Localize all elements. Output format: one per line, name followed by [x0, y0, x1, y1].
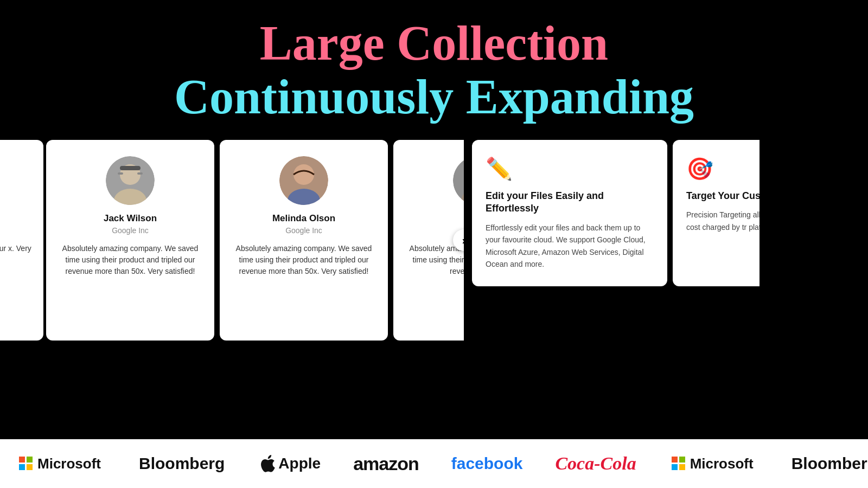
target-icon: 🎯 [686, 156, 760, 182]
avatar-jack [106, 156, 155, 205]
bloomberg-label-2: Bloomberg [792, 454, 868, 473]
jack-name: Jack Wilson [104, 213, 157, 224]
target-desc: Precision Targeting all reach your targe… [686, 209, 760, 233]
edit-title: Edit your Files Easily and Effortlessly [486, 190, 654, 215]
hero-section: Large Collection Continuously Expanding [0, 0, 868, 134]
svg-point-10 [293, 164, 314, 185]
brand-cocacola: Coca-Cola [539, 439, 652, 488]
jack-company: Google Inc [112, 226, 149, 235]
hero-title-line1: Large Collection [11, 16, 857, 70]
brand-bloomberg-2: Bloomberg [773, 439, 868, 488]
facebook-label-1: facebook [451, 454, 523, 473]
target-title: Target Your Custon [686, 190, 760, 202]
main-content: oe nc mpany. We saved ct and tripled our… [0, 134, 868, 368]
brand-amazon-1: amazon [337, 439, 435, 488]
feature-card-target-wrapper: 🎯 Target Your Custon Precision Targeting… [673, 140, 760, 286]
melinda-company: Google Inc [285, 226, 322, 235]
brand-facebook-1: facebook [435, 439, 539, 488]
testimonials-area: Jack Wilson Google Inc Absolutely amazin… [43, 140, 467, 341]
svg-rect-7 [118, 172, 123, 175]
edit-desc: Effortlessly edit your files and back th… [486, 222, 654, 271]
avatar-melinda [279, 156, 328, 205]
svg-rect-8 [137, 172, 143, 175]
apple-label-1: Apple [278, 455, 321, 472]
brand-microsoft-2: Microsoft [653, 439, 773, 488]
amazon-label-1: amazon [353, 453, 419, 474]
svg-rect-6 [120, 166, 141, 170]
hero-title-line2: Continuously Expanding [11, 70, 857, 124]
microsoft-label-1: Microsoft [37, 455, 101, 472]
brand-apple-1: Apple [244, 439, 337, 488]
testimonial-card-jack: Jack Wilson Google Inc Absolutely amazin… [46, 140, 214, 341]
feature-card-edit: ✏️ Edit your Files Easily and Effortless… [472, 140, 667, 286]
avatar-jern [453, 156, 464, 205]
partial-left-text: mpany. We saved ct and tripled our x. Ve… [0, 243, 33, 266]
left-partial-card: oe nc mpany. We saved ct and tripled our… [0, 140, 43, 341]
brand-bar: Microsoft Bloomberg Apple amazon faceboo… [0, 439, 868, 488]
jern-text: Absolutely amazing company. We saved tim… [404, 243, 464, 277]
partial-right-testimonial-wrapper: Jern Go Absolutely amazing company. We s… [393, 140, 464, 341]
brand-bloomberg-1: Bloomberg [120, 439, 244, 488]
melinda-name: Melinda Olson [272, 213, 335, 224]
apple-logo-1 [260, 454, 275, 473]
testimonial-card-melinda: Melinda Olson Google Inc Absolutely amaz… [220, 140, 388, 341]
melinda-text: Absolutely amazing company. We saved tim… [231, 243, 377, 277]
cocacola-label: Coca-Cola [555, 453, 636, 474]
feature-cards-area: ✏️ Edit your Files Easily and Effortless… [472, 140, 760, 286]
bloomberg-label-1: Bloomberg [139, 454, 225, 473]
edit-icon: ✏️ [486, 156, 654, 182]
microsoft-label-2: Microsoft [690, 455, 754, 472]
brand-microsoft-1: Microsoft [0, 439, 120, 488]
brand-track: Microsoft Bloomberg Apple amazon faceboo… [0, 439, 868, 488]
jack-text: Absolutely amazing company. We saved tim… [57, 243, 203, 277]
